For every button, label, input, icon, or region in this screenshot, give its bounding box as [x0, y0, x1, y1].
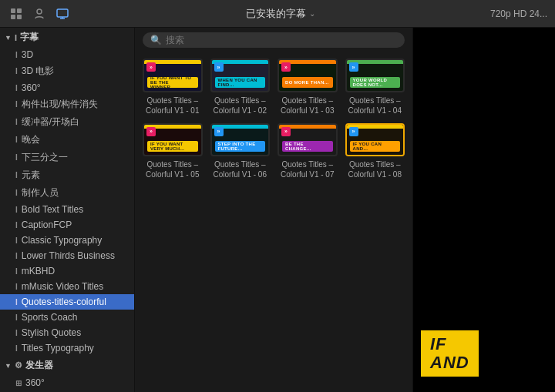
thumb-v03: » DO MORE THAN...: [278, 59, 338, 92]
sidebar-item-titles-typo[interactable]: ITitles Typography: [0, 340, 134, 356]
thumb-badge: »: [349, 127, 358, 136]
thumb-v02: » WHEN YOU CAN FIND...: [210, 59, 271, 92]
grid-item-v01[interactable]: » IF YOU WANT TO BE THE WINNER... Quotes…: [143, 59, 203, 116]
search-bar: 🔍: [135, 28, 412, 52]
sidebar-item-icon: I: [15, 298, 18, 307]
thumb-v06: » STEP INTO THE FUTURE...: [210, 123, 271, 157]
sidebar-item-evening[interactable]: I晚会: [0, 131, 134, 149]
toolbar-icon-1[interactable]: [8, 5, 25, 22]
sidebar-gen-icon: ⊞: [15, 379, 22, 387]
grid-item-v03[interactable]: » DO MORE THAN... Quotes Titles –Colorfu…: [278, 59, 338, 116]
sidebar-item-icon: I: [15, 67, 18, 75]
search-icon: 🔍: [150, 35, 162, 45]
sidebar-item-gen-360[interactable]: ⊞360°: [0, 375, 134, 390]
sidebar-item-mkbhd[interactable]: ImKBHD: [0, 263, 134, 279]
top-bar: 已安装的字幕 ⌄ 720p HD 24...: [0, 0, 555, 28]
sidebar-item-elements[interactable]: I元素: [0, 166, 134, 184]
thumb-badge: »: [349, 62, 358, 72]
grid-label-v08: Quotes Titles –Colorful V1 - 08: [345, 159, 405, 179]
search-input[interactable]: [166, 35, 397, 45]
preview-panel: IF AND: [412, 28, 555, 392]
sidebar-section-captions[interactable]: ▼ I 字幕: [0, 28, 134, 47]
sidebar-item-buffer[interactable]: I缓冲器/开场白: [0, 113, 134, 131]
thumb-band: WHEN YOU CAN FIND...: [215, 77, 266, 88]
thumb-band: IF YOU WANT VERY MUCH...: [147, 141, 198, 152]
sidebar-item-bold-text[interactable]: IBold Text Titles: [0, 202, 134, 217]
grid-item-v06[interactable]: » STEP INTO THE FUTURE... Quotes Titles …: [210, 123, 271, 180]
thumb-band: DO MORE THAN...: [282, 77, 333, 88]
sidebar-generators-list: ⊞360°⊞背景⊞单色: [0, 375, 134, 392]
thumb-badge: »: [214, 127, 224, 136]
sidebar-item-icon: I: [15, 329, 18, 337]
thumb-badge: »: [281, 62, 291, 72]
grid-item-v02[interactable]: » WHEN YOU CAN FIND... Quotes Titles –Co…: [210, 59, 271, 116]
toolbar-icons: [8, 5, 71, 22]
sidebar-item-credits[interactable]: I制作人员: [0, 184, 134, 202]
thumb-v07: » BE THE CHANGE...: [278, 123, 338, 157]
grid-label-v02: Quotes Titles –Colorful V1 - 02: [210, 95, 271, 116]
grid-item-v04[interactable]: » YOUR WORLD DOES NOT... Quotes Titles –…: [345, 59, 405, 116]
generators-arrow-icon: ▼: [5, 362, 12, 370]
sidebar: ▼ I 字幕 I3DI3D 电影I360°I构件出现/构件消失I缓冲器/开场白I…: [0, 28, 135, 392]
grid-label-v07: Quotes Titles –Colorful V1 - 07: [278, 159, 338, 179]
grid-label-v05: Quotes Titles –Colorful V1 - 05: [143, 159, 203, 179]
sidebar-item-icon: I: [15, 171, 18, 179]
toolbar-icon-3[interactable]: [54, 5, 71, 22]
content-area: 🔍 » IF YOU WANT TO BE THE WINNER... Quot…: [135, 28, 412, 392]
sidebar-item-icon: I: [15, 283, 18, 291]
thumb-band: BE THE CHANGE...: [282, 141, 333, 152]
sidebar-item-captionfcp[interactable]: ICaptionFCP: [0, 217, 134, 233]
sidebar-item-icon: I: [15, 153, 18, 162]
thumb-band: IF YOU CAN AND...: [350, 141, 401, 152]
sidebar-item-icon: I: [15, 267, 18, 276]
sidebar-item-icon: I: [15, 136, 18, 144]
search-input-wrap[interactable]: 🔍: [143, 32, 405, 48]
preview-content: IF AND: [413, 28, 555, 392]
top-bar-title[interactable]: 已安装的字幕 ⌄: [71, 7, 490, 21]
grid-label-v01: Quotes Titles –Colorful V1 - 01: [143, 95, 203, 116]
thumb-badge: »: [146, 62, 156, 72]
svg-rect-1: [17, 8, 22, 13]
sidebar-item-icon: I: [15, 236, 18, 245]
grid-label-v03: Quotes Titles –Colorful V1 - 03: [278, 95, 338, 116]
thumb-v01: » IF YOU WANT TO BE THE WINNER...: [143, 59, 203, 92]
svg-point-4: [37, 9, 42, 14]
sidebar-item-quotes-colorful[interactable]: IQuotes-titles-colorful: [0, 294, 134, 310]
thumb-v08: » IF YOU CAN AND...: [345, 123, 405, 157]
sidebar-item-360[interactable]: I360°: [0, 80, 134, 95]
sidebar-items-list: I3DI3D 电影I360°I构件出现/构件消失I缓冲器/开场白I晚会I下三分之…: [0, 47, 134, 356]
main-area: ▼ I 字幕 I3DI3D 电影I360°I构件出现/构件消失I缓冲器/开场白I…: [0, 28, 555, 392]
thumb-v05: » IF YOU WANT VERY MUCH...: [143, 123, 203, 157]
sidebar-item-lowerthird[interactable]: I下三分之一: [0, 149, 134, 166]
sidebar-item-stylish-quotes[interactable]: IStylish Quotes: [0, 325, 134, 340]
svg-rect-3: [17, 15, 22, 19]
grid-item-v07[interactable]: » BE THE CHANGE... Quotes Titles –Colorf…: [278, 123, 338, 180]
thumb-band: YOUR WORLD DOES NOT...: [350, 77, 401, 88]
grid-item-v05[interactable]: » IF YOU WANT VERY MUCH... Quotes Titles…: [143, 123, 203, 180]
sidebar-item-icon: I: [15, 313, 18, 322]
sidebar-section-generators[interactable]: ▼ ⚙ 发生器: [0, 356, 134, 375]
thumb-badge: »: [281, 127, 291, 136]
svg-rect-5: [57, 9, 68, 17]
sidebar-item-icon: I: [15, 189, 18, 197]
thumb-v04: » YOUR WORLD DOES NOT...: [345, 59, 405, 92]
resolution-label: 720p HD 24...: [490, 8, 547, 19]
sidebar-item-build[interactable]: I构件出现/构件消失: [0, 95, 134, 113]
sidebar-item-classic-typo[interactable]: IClassic Typography: [0, 233, 134, 248]
sidebar-item-icon: I: [15, 221, 18, 230]
sidebar-item-3d[interactable]: I3D: [0, 47, 134, 62]
captions-arrow-icon: ▼: [5, 34, 12, 42]
sidebar-item-icon: I: [15, 51, 18, 59]
sidebar-item-icon: I: [15, 84, 18, 92]
sidebar-item-sports-coach[interactable]: ISports Coach: [0, 310, 134, 325]
sidebar-item-mmusic[interactable]: ImMusic Video Titles: [0, 279, 134, 294]
sidebar-item-lower-thirds-biz[interactable]: ILower Thirds Business: [0, 248, 134, 263]
grid-label-v04: Quotes Titles –Colorful V1 - 04: [345, 95, 405, 116]
sidebar-item-icon: I: [15, 118, 18, 126]
thumb-badge: »: [146, 127, 156, 136]
thumbnails-grid: » IF YOU WANT TO BE THE WINNER... Quotes…: [143, 59, 405, 179]
grid-item-v08[interactable]: » IF YOU CAN AND... Quotes Titles –Color…: [345, 123, 405, 180]
sidebar-item-3d-movie[interactable]: I3D 电影: [0, 62, 134, 80]
thumb-band: IF YOU WANT TO BE THE WINNER...: [147, 77, 198, 88]
toolbar-icon-2[interactable]: [31, 5, 48, 22]
